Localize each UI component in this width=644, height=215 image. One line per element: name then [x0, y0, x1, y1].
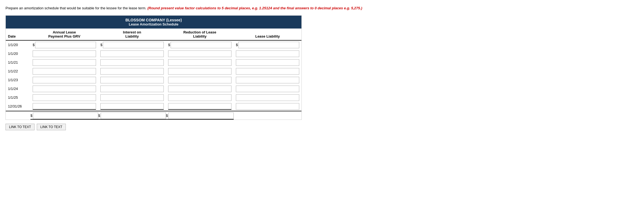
reduction-cell	[166, 49, 234, 58]
lease-input-row-3[interactable]	[236, 68, 299, 75]
reduction-cell	[166, 84, 234, 93]
interest-input-row-7[interactable]	[100, 103, 164, 110]
annual-cell	[30, 67, 98, 76]
col-header-annual-lease: Annual Lease Payment Plus GRV	[30, 29, 98, 40]
reduction-input-row-6[interactable]	[168, 94, 231, 101]
annual-input-row-2[interactable]	[33, 59, 96, 66]
total-row: $ $ $	[6, 111, 301, 120]
total-annual-cell: $	[30, 111, 98, 120]
table-row: 12/31/26	[6, 102, 301, 111]
lease-input-row-5[interactable]	[236, 86, 299, 92]
reduction-input-row-3[interactable]	[168, 68, 231, 75]
interest-input-row-5[interactable]	[100, 86, 164, 92]
interest-cell	[98, 93, 166, 102]
date-cell: 1/1/20	[6, 49, 30, 58]
interest-cell	[98, 58, 166, 67]
annual-cell	[30, 93, 98, 102]
lease-cell	[234, 84, 301, 93]
annual-input-row-7[interactable]	[33, 103, 96, 110]
link-to-text-button-2[interactable]: LINK TO TEXT	[37, 124, 66, 130]
interest-input-row-6[interactable]	[100, 94, 164, 101]
lease-input-row-0[interactable]	[238, 42, 299, 48]
lease-input-row-4[interactable]	[236, 77, 299, 83]
annual-input-row-6[interactable]	[33, 94, 96, 101]
annual-cell	[30, 76, 98, 84]
total-reduction-input[interactable]	[168, 112, 234, 119]
dollar-sign-lease: $	[236, 43, 238, 47]
annual-input-row-0[interactable]	[35, 42, 96, 48]
interest-input-row-0[interactable]	[103, 42, 164, 48]
annual-input-row-4[interactable]	[33, 77, 96, 83]
link-to-text-button-1[interactable]: LINK TO TEXT	[5, 124, 35, 130]
annual-cell	[30, 58, 98, 67]
reduction-cell	[166, 76, 234, 84]
interest-input-row-3[interactable]	[100, 68, 164, 75]
dollar-sign-interest: $	[100, 43, 102, 47]
total-interest-input[interactable]	[101, 112, 166, 119]
annual-cell	[30, 102, 98, 111]
total-dollar-3: $	[166, 114, 168, 118]
reduction-cell	[166, 102, 234, 111]
interest-input-row-2[interactable]	[100, 59, 164, 66]
interest-cell	[98, 67, 166, 76]
reduction-cell	[166, 93, 234, 102]
reduction-input-row-4[interactable]	[168, 77, 231, 83]
col-header-interest: Interest on Liability	[98, 29, 166, 40]
total-dollar-2: $	[98, 114, 100, 118]
reduction-input-row-1[interactable]	[168, 50, 231, 57]
lease-input-row-6[interactable]	[236, 94, 299, 101]
amortization-table-container: BLOSSOM COMPANY (Lessee) Lease Amortizat…	[5, 15, 302, 120]
instructions-main: Prepare an amortization schedule that wo…	[5, 6, 146, 10]
lease-cell	[234, 49, 301, 58]
annual-input-row-5[interactable]	[33, 86, 96, 92]
lease-cell	[234, 102, 301, 111]
instructions-bold: (Round present value factor calculations…	[147, 6, 362, 10]
reduction-input-row-0[interactable]	[171, 42, 231, 48]
annual-input-row-1[interactable]	[33, 50, 96, 57]
date-cell: 1/1/25	[6, 93, 30, 102]
total-dollar-1: $	[30, 114, 32, 118]
annual-cell	[30, 84, 98, 93]
total-annual-input[interactable]	[33, 112, 98, 119]
lease-input-row-1[interactable]	[236, 50, 299, 57]
bottom-buttons: LINK TO TEXT LINK TO TEXT	[5, 124, 639, 130]
table-row: 1/1/24	[6, 84, 301, 93]
amortization-table: Date Annual Lease Payment Plus GRV Inter…	[6, 29, 301, 120]
reduction-cell	[166, 58, 234, 67]
table-row: 1/1/20	[6, 49, 301, 58]
lease-input-row-7[interactable]	[236, 103, 299, 110]
reduction-input-row-7[interactable]	[168, 103, 231, 110]
date-cell: 1/1/20	[6, 40, 30, 49]
lease-cell	[234, 58, 301, 67]
total-date-cell	[6, 111, 30, 120]
dollar-sign-reduction: $	[168, 43, 170, 47]
table-row: 1/1/20$$$$	[6, 40, 301, 49]
table-row: 1/1/21	[6, 58, 301, 67]
interest-input-row-1[interactable]	[100, 50, 164, 57]
col-header-lease-liability: Lease Liability	[234, 29, 301, 40]
interest-cell	[98, 49, 166, 58]
interest-input-row-4[interactable]	[100, 77, 164, 83]
table-row: 1/1/25	[6, 93, 301, 102]
interest-cell	[98, 84, 166, 93]
lease-cell	[234, 76, 301, 84]
total-interest-cell: $	[98, 111, 166, 120]
reduction-cell	[166, 67, 234, 76]
date-cell: 1/1/24	[6, 84, 30, 93]
interest-cell: $	[98, 40, 166, 49]
reduction-input-row-5[interactable]	[168, 86, 231, 92]
total-reduction-cell: $	[166, 111, 234, 120]
interest-cell	[98, 76, 166, 84]
date-cell: 1/1/21	[6, 58, 30, 67]
interest-cell	[98, 102, 166, 111]
date-cell: 12/31/26	[6, 102, 30, 111]
lease-input-row-2[interactable]	[236, 59, 299, 66]
total-lease-cell	[234, 111, 301, 120]
annual-input-row-3[interactable]	[33, 68, 96, 75]
reduction-input-row-2[interactable]	[168, 59, 231, 66]
date-cell: 1/1/23	[6, 76, 30, 84]
lease-cell: $	[234, 40, 301, 49]
lease-cell	[234, 67, 301, 76]
annual-cell: $	[30, 40, 98, 49]
table-row: 1/1/23	[6, 76, 301, 84]
